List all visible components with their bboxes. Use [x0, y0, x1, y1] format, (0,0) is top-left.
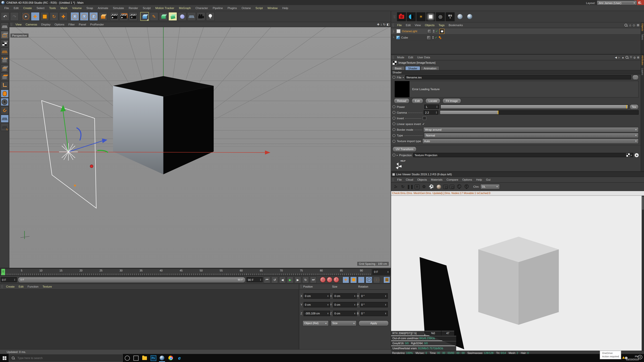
snap-settings-button[interactable]: S: [0, 98, 8, 106]
coordinate-field[interactable]: B 0 ° ▲▼: [357, 310, 388, 317]
layout-dropdown[interactable]: Jimi James (User) ▼: [597, 0, 637, 5]
coordinate-field[interactable]: Y 0 cm ▲▼: [300, 301, 330, 308]
menu-item[interactable]: Simulate: [110, 6, 126, 9]
keyframe-circle[interactable]: [392, 153, 396, 157]
floor-environment-menu[interactable]: [187, 12, 196, 21]
make-editable-button[interactable]: [0, 22, 8, 30]
restart-render-icon[interactable]: ↻: [400, 184, 406, 190]
attr-menu-mode[interactable]: Mode: [395, 56, 406, 59]
object-menu-item[interactable]: View: [413, 23, 423, 27]
track-icon[interactable]: ◎: [634, 56, 636, 59]
power-slider[interactable]: [440, 105, 628, 109]
vertical-scrollbar[interactable]: [642, 196, 644, 351]
keyframe-circle[interactable]: [392, 76, 396, 79]
material-list-empty[interactable]: [0, 290, 299, 350]
object-menu-item[interactable]: Edit: [404, 23, 412, 27]
workplane-lock-button[interactable]: [0, 115, 8, 123]
octane-liveviewer-icon[interactable]: [406, 12, 416, 21]
octane-daylight-icon[interactable]: ☀: [416, 12, 426, 21]
viewport-menu-item[interactable]: Options: [52, 23, 66, 26]
chrome-button[interactable]: [166, 354, 175, 362]
goto-end-button[interactable]: ⏭: [310, 276, 317, 283]
panel-grip[interactable]: [392, 56, 394, 59]
subdivision-surface-menu[interactable]: [159, 12, 168, 21]
viewport-menu-item[interactable]: Display: [39, 23, 53, 26]
projection-field[interactable]: Texture Projection ▸: [413, 153, 633, 157]
tab-shader[interactable]: Shader: [405, 66, 420, 70]
border-mode-dropdown[interactable]: Wrap around▼: [423, 127, 639, 132]
tab-animation[interactable]: Animation: [420, 66, 440, 70]
octane-object-tag[interactable]: [439, 36, 442, 39]
object-name[interactable]: Cube: [401, 36, 425, 39]
object-row-octanelight[interactable]: ├ OctaneLight ✓: [391, 28, 641, 34]
menu-item[interactable]: Sculpt: [140, 6, 153, 9]
search-icon[interactable]: [626, 56, 628, 59]
keyframe-selection-button[interactable]: ?: [334, 277, 339, 283]
tab-basic[interactable]: Basic: [392, 66, 405, 70]
menu-item[interactable]: Script: [253, 6, 265, 9]
browse-button[interactable]: ...: [632, 75, 639, 80]
invert-checkbox[interactable]: [423, 116, 426, 120]
pan-view-icon[interactable]: ✚: [377, 23, 380, 26]
menu-item[interactable]: Edit: [11, 6, 21, 9]
menu-item[interactable]: File: [2, 6, 11, 9]
toggle-view-icon[interactable]: ◧: [386, 23, 390, 26]
field-menu[interactable]: [178, 12, 186, 21]
region-render-icon[interactable]: R: [414, 184, 420, 189]
keyframe-circle[interactable]: [392, 122, 396, 125]
taskbar-search[interactable]: [9, 354, 123, 362]
live-selection-tool[interactable]: ➤: [22, 12, 30, 21]
camera-menu[interactable]: [196, 12, 205, 21]
object-menu-item[interactable]: File: [395, 23, 404, 27]
spline-pen-menu[interactable]: ✎: [150, 12, 158, 21]
tab-objects[interactable]: Objects: [641, 23, 644, 31]
enabled-check-icon[interactable]: ✓: [435, 36, 438, 39]
viewport-canvas[interactable]: Perspective Grid Spacing : 100 cm: [10, 27, 391, 268]
redo-button[interactable]: ↷: [10, 12, 19, 21]
channel-dropdown[interactable]: DL▼: [480, 184, 500, 189]
editor-visibility-toggle[interactable]: [427, 35, 431, 40]
cinema4d-taskbar-button[interactable]: [158, 354, 166, 362]
panel-grip[interactable]: [394, 15, 396, 18]
timeline-range-slider[interactable]: 0 F 90 F: [18, 277, 246, 283]
key-pla-toggle[interactable]: ⋮⋮⋮: [373, 276, 380, 283]
render-result-canvas[interactable]: RTX 2060[PDT][7.5] %0 47 Out-of-core use…: [391, 196, 644, 351]
axis-mode-button[interactable]: [0, 81, 8, 89]
panel-grip[interactable]: [10, 23, 12, 26]
tex-button[interactable]: Tex: [630, 104, 639, 109]
texture-action-button[interactable]: Reload: [394, 98, 410, 104]
light-menu[interactable]: [206, 12, 215, 21]
tab-layers[interactable]: Layers: [641, 68, 644, 75]
attr-menu-userdata[interactable]: User Data: [415, 56, 432, 59]
octane-help-logo[interactable]: HELP: [394, 161, 404, 171]
menu-item[interactable]: Character: [193, 6, 210, 9]
search-input[interactable]: [17, 356, 120, 360]
menu-item[interactable]: Window: [265, 6, 280, 9]
shader-section-header[interactable]: Shader: [391, 70, 641, 74]
type-dropdown[interactable]: Normal▼: [424, 133, 639, 138]
search-icon[interactable]: [624, 24, 628, 27]
live-viewer-menu-item[interactable]: Compare: [444, 178, 460, 181]
keyframe-circle[interactable]: [392, 111, 396, 114]
octane-targetlight-icon[interactable]: ◎: [436, 12, 445, 21]
rotate-tool[interactable]: ↻: [50, 12, 58, 21]
play-loop-button[interactable]: ↻: [302, 276, 309, 283]
z-axis-lock[interactable]: Z: [89, 12, 98, 21]
lock-resolution-icon[interactable]: ⚽: [428, 184, 434, 190]
power-field[interactable]: 1.▲▼: [424, 105, 439, 109]
photoshop-button[interactable]: Ps: [149, 354, 158, 362]
panel-grip[interactable]: [392, 23, 394, 27]
material-menu-item[interactable]: Create: [4, 285, 16, 288]
octane-glossy-material-icon[interactable]: [465, 12, 474, 21]
material-menu-item[interactable]: Function: [26, 285, 40, 288]
menu-item[interactable]: Snap: [84, 6, 96, 9]
texture-action-button[interactable]: Edit: [412, 98, 423, 104]
texture-mode-button[interactable]: [0, 39, 8, 47]
taskbar-clock[interactable]: PM 10/23/2019: [626, 355, 639, 361]
gamma-slider[interactable]: [440, 110, 639, 115]
previous-frame-button[interactable]: ◀: [279, 276, 286, 283]
texture-import-dropdown[interactable]: Auto▼: [422, 138, 639, 144]
light-handle-orange[interactable]: [74, 185, 76, 186]
search-icon[interactable]: [638, 1, 641, 4]
menu-item[interactable]: Select: [34, 6, 47, 9]
